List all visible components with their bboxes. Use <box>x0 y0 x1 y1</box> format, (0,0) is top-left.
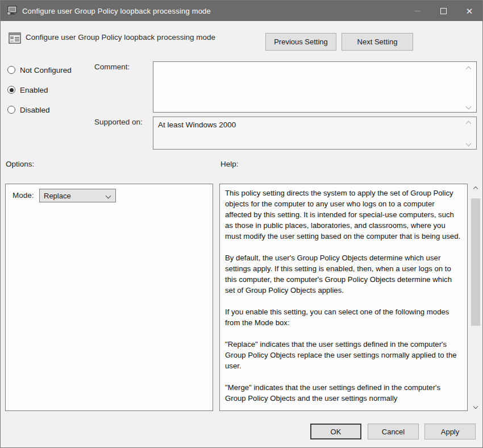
mode-label: Mode: <box>13 191 34 200</box>
scroll-down-icon[interactable] <box>470 401 481 411</box>
help-paragraph: If you enable this setting, you can sele… <box>225 306 461 328</box>
help-paragraph: "Replace" indicates that the user settin… <box>225 339 461 371</box>
next-setting-button[interactable]: Next Setting <box>342 33 413 51</box>
help-paragraph: This policy setting directs the system t… <box>225 188 461 242</box>
cancel-button[interactable]: Cancel <box>368 424 419 439</box>
policy-setting-icon <box>9 32 21 44</box>
comment-input[interactable] <box>153 61 477 113</box>
help-text-panel: This policy setting directs the system t… <box>219 184 468 411</box>
radio-disabled[interactable]: Disabled <box>7 105 50 114</box>
supported-on-value: At least Windows 2000 <box>153 117 477 150</box>
comment-scroll-down-icon[interactable] <box>464 105 472 109</box>
options-section-label: Options: <box>6 160 34 168</box>
supported-on-label: Supported on: <box>94 118 143 126</box>
close-icon[interactable]: ✕ <box>456 1 482 21</box>
ok-button[interactable]: OK <box>310 424 361 439</box>
supported-scroll-down-icon[interactable] <box>464 142 472 146</box>
radio-enabled[interactable]: Enabled <box>7 85 48 94</box>
help-paragraph: By default, the user's Group Policy Obje… <box>225 252 461 296</box>
titlebar: Configure user Group Policy loopback pro… <box>1 1 482 21</box>
mode-selected-value: Replace <box>44 192 71 200</box>
help-paragraph: "Merge" indicates that the user settings… <box>225 382 461 404</box>
radio-label: Enabled <box>20 86 48 94</box>
minimize-icon[interactable] <box>404 1 430 21</box>
window-controls: ✕ <box>404 1 482 21</box>
scrollbar-thumb[interactable] <box>471 198 480 326</box>
radio-not-configured[interactable]: Not Configured <box>7 65 72 74</box>
mode-dropdown[interactable]: Replace <box>39 189 116 202</box>
window-title: Configure user Group Policy loopback pro… <box>22 7 211 15</box>
radio-label: Not Configured <box>20 66 72 74</box>
computer-monitor-icon <box>6 5 18 16</box>
radio-circle <box>7 66 15 74</box>
dialog-window: Configure user Group Policy loopback pro… <box>0 0 483 448</box>
options-panel: Mode: Replace <box>5 184 213 411</box>
comment-scroll-up-icon[interactable] <box>464 67 472 71</box>
scroll-up-icon[interactable] <box>470 184 481 193</box>
radio-circle-selected <box>7 86 15 94</box>
help-scrollbar[interactable] <box>470 184 481 411</box>
radio-label: Disabled <box>20 106 50 114</box>
maximize-icon[interactable] <box>430 1 456 21</box>
setting-title: Configure user Group Policy loopback pro… <box>26 33 215 42</box>
help-section-label: Help: <box>220 160 239 168</box>
apply-button[interactable]: Apply <box>424 424 476 439</box>
radio-circle <box>7 106 15 114</box>
supported-scroll-up-icon[interactable] <box>464 122 472 126</box>
comment-label: Comment: <box>94 63 130 71</box>
chevron-down-icon <box>106 193 111 199</box>
previous-setting-button[interactable]: Previous Setting <box>265 33 336 51</box>
